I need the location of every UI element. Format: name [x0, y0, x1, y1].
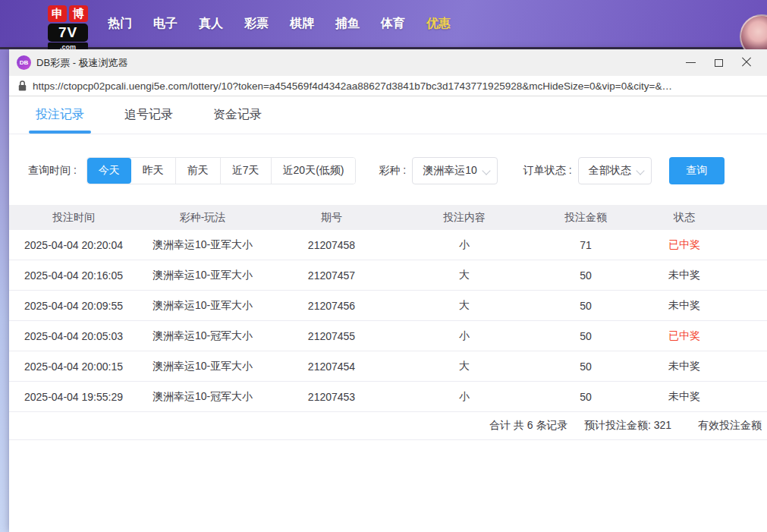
- lottery-filter-label: 彩种 :: [379, 164, 406, 178]
- url-bar[interactable]: https://ctopcp02pcali.uengi5e.com/lotter…: [9, 76, 767, 96]
- cell-game: 澳洲幸运10-亚军大小: [138, 238, 267, 252]
- cell-time: 2025-04-04 20:00:15: [9, 360, 138, 373]
- cell-amount: 50: [533, 360, 639, 373]
- browser-app-icon: DB: [17, 55, 31, 70]
- tab-bet-records[interactable]: 投注记录: [29, 107, 91, 134]
- close-button[interactable]: [733, 49, 761, 76]
- time-option-2[interactable]: 前天: [175, 158, 220, 184]
- nav-item-hot[interactable]: 热门: [97, 16, 143, 32]
- time-option-4[interactable]: 近20天(低频): [271, 158, 356, 184]
- cell-time: 2025-04-04 20:16:05: [9, 269, 138, 282]
- cell-status: 未中奖: [639, 299, 730, 313]
- logo-badges: 申 博: [48, 5, 90, 22]
- window-title: DB彩票 - 极速浏览器: [36, 56, 128, 70]
- cell-issue: 21207456: [267, 300, 396, 312]
- site-logo[interactable]: 申 博 7V .com: [48, 5, 90, 51]
- url-text: https://ctopcp02pcali.uengi5e.com/lotter…: [33, 80, 672, 92]
- column-header-5: 状态: [639, 211, 730, 225]
- cell-content: 小: [396, 329, 533, 343]
- padlock-icon: [18, 80, 27, 91]
- column-header-4: 投注金额: [533, 211, 639, 225]
- table-row: 2025-04-04 19:55:29澳洲幸运10-冠军大小21207453小5…: [9, 382, 767, 412]
- cell-game: 澳洲幸运10-亚军大小: [138, 269, 267, 282]
- cell-issue: 21207453: [267, 391, 396, 403]
- table-row: 2025-04-04 20:20:04澳洲幸运10-亚军大小21207458小7…: [9, 230, 767, 260]
- cell-time: 2025-04-04 20:05:03: [9, 330, 138, 342]
- summary-total: 合计 共 6 条记录: [489, 419, 567, 433]
- order-status-value: 全部状态: [589, 164, 631, 178]
- cell-status: 已中奖: [639, 238, 730, 252]
- cell-amount: 50: [533, 330, 639, 342]
- logo-badge-2: 博: [69, 5, 88, 22]
- tab-chase-records[interactable]: 追号记录: [118, 107, 180, 134]
- browser-window: DB DB彩票 - 极速浏览器 https://ctopcp02pcali.ue…: [9, 49, 767, 532]
- lottery-select[interactable]: 澳洲幸运10: [412, 157, 498, 184]
- column-header-3: 投注内容: [396, 211, 533, 225]
- cell-amount: 71: [533, 239, 639, 251]
- cell-issue: 21207455: [267, 330, 396, 342]
- table-body: 2025-04-04 20:20:04澳洲幸运10-亚军大小21207458小7…: [9, 230, 767, 412]
- column-header-1: 彩种-玩法: [138, 211, 267, 225]
- lottery-select-value: 澳洲幸运10: [423, 164, 477, 178]
- filter-bar: 查询时间 : 今天昨天前天近7天近20天(低频) 彩种 : 澳洲幸运10 订单状…: [28, 157, 767, 184]
- minimize-button[interactable]: [677, 49, 705, 76]
- nav-item-fishing[interactable]: 捕鱼: [325, 16, 370, 32]
- time-filter-label: 查询时间 :: [28, 164, 77, 178]
- tab-fund-records[interactable]: 资金记录: [206, 107, 269, 134]
- column-header-2: 期号: [267, 211, 396, 225]
- nav-item-chess[interactable]: 棋牌: [279, 16, 325, 32]
- nav-item-slots[interactable]: 电子: [143, 16, 188, 32]
- chevron-down-icon: [636, 166, 644, 175]
- window-titlebar: DB DB彩票 - 极速浏览器: [9, 49, 767, 76]
- cell-amount: 50: [533, 269, 639, 282]
- cell-time: 2025-04-04 20:09:55: [9, 300, 138, 312]
- chevron-down-icon: [482, 166, 490, 175]
- site-nav: 热门电子真人彩票棋牌捕鱼体育优惠: [97, 0, 461, 47]
- cell-game: 澳洲幸运10-冠军大小: [138, 329, 267, 343]
- bet-records-table: 投注时间彩种-玩法期号投注内容投注金额状态 2025-04-04 20:20:0…: [9, 205, 767, 440]
- time-option-0[interactable]: 今天: [87, 158, 131, 184]
- cell-status: 未中奖: [639, 269, 730, 282]
- order-status-select[interactable]: 全部状态: [578, 157, 652, 184]
- page-content: 投注记录追号记录资金记录 查询时间 : 今天昨天前天近7天近20天(低频) 彩种…: [9, 96, 767, 440]
- table-row: 2025-04-04 20:09:55澳洲幸运10-亚军大小21207456大5…: [9, 291, 767, 321]
- app-icon-text: DB: [20, 59, 29, 66]
- time-option-1[interactable]: 昨天: [131, 158, 175, 184]
- nav-item-lottery[interactable]: 彩票: [234, 16, 279, 32]
- cell-game: 澳洲幸运10-亚军大小: [138, 360, 267, 373]
- nav-item-sports[interactable]: 体育: [370, 16, 416, 32]
- summary-expected-amount: 预计投注金额: 321: [584, 419, 671, 433]
- cell-content: 大: [396, 269, 533, 282]
- logo-brand: 7V: [48, 24, 88, 42]
- record-tabs: 投注记录追号记录资金记录: [9, 96, 767, 134]
- cell-issue: 21207457: [267, 269, 396, 282]
- cell-status: 未中奖: [639, 360, 730, 373]
- query-button[interactable]: 查询: [669, 157, 725, 184]
- time-filter-group: 今天昨天前天近7天近20天(低频): [86, 157, 357, 184]
- cell-status: 已中奖: [639, 329, 730, 343]
- table-summary: 合计 共 6 条记录 预计投注金额: 321 有效投注金额: [9, 412, 767, 440]
- cell-game: 澳洲幸运10-亚军大小: [138, 299, 267, 313]
- nav-item-promo[interactable]: 优惠: [416, 16, 461, 32]
- cell-amount: 50: [533, 300, 639, 312]
- cell-issue: 21207454: [267, 360, 396, 373]
- table-row: 2025-04-04 20:00:15澳洲幸运10-亚军大小21207454大5…: [9, 351, 767, 382]
- cell-game: 澳洲幸运10-冠军大小: [138, 390, 267, 404]
- time-option-3[interactable]: 近7天: [220, 158, 271, 184]
- cell-content: 小: [396, 238, 533, 252]
- status-filter-label: 订单状态 :: [523, 164, 572, 178]
- cell-content: 大: [396, 360, 533, 373]
- cell-status: 未中奖: [639, 390, 730, 404]
- logo-badge-1: 申: [48, 5, 67, 22]
- maximize-icon: [715, 59, 723, 67]
- cell-time: 2025-04-04 20:20:04: [9, 239, 138, 251]
- maximize-button[interactable]: [705, 49, 733, 76]
- cell-content: 小: [396, 390, 533, 404]
- summary-valid-amount: 有效投注金额: [698, 419, 762, 433]
- cell-amount: 50: [533, 391, 639, 403]
- screen: 申 博 7V .com 热门电子真人彩票棋牌捕鱼体育优惠 DB DB彩票 - 极…: [0, 0, 767, 532]
- cell-content: 大: [396, 299, 533, 313]
- cell-time: 2025-04-04 19:55:29: [9, 391, 138, 403]
- site-header: 申 博 7V .com 热门电子真人彩票棋牌捕鱼体育优惠: [0, 0, 767, 49]
- nav-item-live[interactable]: 真人: [188, 16, 234, 32]
